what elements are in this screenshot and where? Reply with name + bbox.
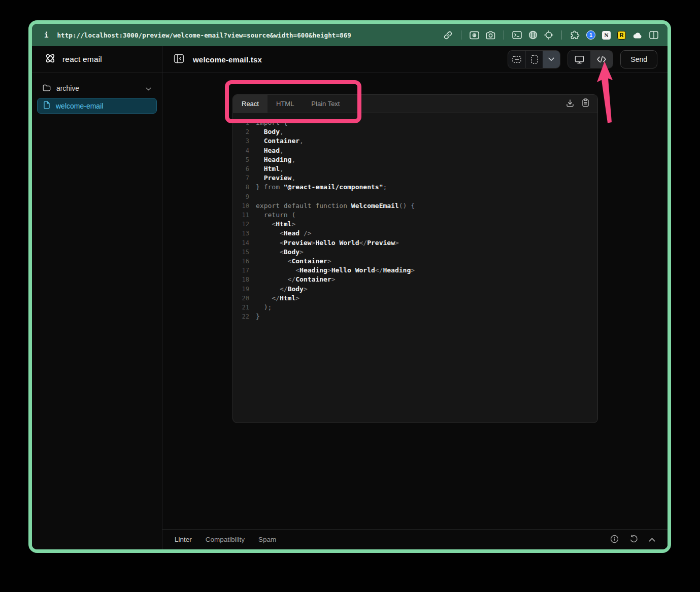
terminal-icon[interactable] — [512, 31, 522, 39]
desktop-background: i http://localhost:3000/preview/welcome-… — [0, 0, 700, 592]
tab-plain-text[interactable]: Plain Text — [303, 95, 348, 113]
cloud-icon[interactable] — [632, 31, 643, 39]
code-line: 4 Head, — [233, 146, 597, 155]
code-line: 17 <Heading>Hello World</Heading> — [233, 266, 597, 275]
react-email-logo-icon — [44, 52, 56, 66]
code-line: 15 <Body> — [233, 248, 597, 257]
sidebar: react email archive welcome-email — [32, 46, 162, 549]
collapse-sidebar-icon[interactable] — [174, 53, 184, 66]
sidebar-tree: archive welcome-email — [32, 73, 162, 121]
code-panel-actions — [566, 95, 597, 113]
camera-icon[interactable] — [486, 31, 495, 40]
code-line: 5 Heading, — [233, 155, 597, 164]
toolbar-divider — [504, 30, 504, 40]
browser-window: i http://localhost:3000/preview/welcome-… — [28, 20, 671, 553]
line-number: 16 — [233, 257, 249, 266]
chevron-down-icon[interactable] — [146, 84, 151, 92]
code-line: 6 Html, — [233, 164, 597, 173]
line-number: 7 — [233, 173, 249, 183]
chevron-up-icon[interactable] — [649, 536, 655, 543]
main-header: welcome-email.tsx Send — [162, 46, 668, 73]
bottom-tab-compatibility[interactable]: Compatibility — [206, 536, 245, 543]
code-line: 20 </Html> — [233, 294, 597, 303]
code-panel-header: ReactHTMLPlain Text — [233, 95, 597, 113]
bottom-actions — [610, 535, 655, 545]
code-line: 7 Preview, — [233, 173, 597, 183]
toolbar-divider — [561, 30, 562, 40]
code-line: 21 ); — [233, 303, 597, 312]
line-number: 14 — [233, 238, 249, 248]
code-line: 11 return ( — [233, 211, 597, 220]
line-number: 19 — [233, 285, 249, 294]
code-line: 14 <Preview>Hello World</Preview> — [233, 238, 597, 248]
sidebar-header: react email — [32, 46, 162, 73]
copy-clipboard-icon[interactable] — [582, 98, 589, 109]
split-view-icon[interactable] — [649, 31, 658, 39]
reader-extension-icon[interactable]: R — [617, 31, 626, 40]
line-number: 5 — [233, 155, 249, 164]
code-editor[interactable]: 1import {2 Body,3 Container,4 Head,5 Hea… — [233, 113, 597, 321]
line-number: 1 — [233, 118, 249, 127]
line-number: 4 — [233, 146, 249, 155]
code-line: 22} — [233, 312, 597, 321]
viewport-controls — [508, 50, 560, 68]
bottom-tab-linter[interactable]: Linter — [175, 536, 192, 543]
sidebar-item-archive[interactable]: archive — [37, 81, 157, 96]
line-number: 10 — [233, 201, 249, 211]
url-field[interactable]: http://localhost:3000/preview/welcome-em… — [57, 31, 351, 39]
onepassword-extension-icon[interactable]: 1 — [586, 30, 595, 40]
folder-icon — [43, 84, 51, 93]
notion-extension-icon[interactable]: N — [602, 31, 611, 40]
code-line: 9 — [233, 192, 597, 201]
sidebar-item-label: welcome-email — [56, 102, 103, 110]
site-info-icon[interactable]: i — [44, 31, 48, 39]
download-icon[interactable] — [566, 99, 574, 109]
code-line: 3 Container, — [233, 136, 597, 146]
main-body: ReactHTMLPlain Text 1import {2 Body,3 Co… — [162, 73, 668, 529]
crosshair-icon[interactable] — [544, 30, 553, 40]
info-icon[interactable] — [610, 535, 619, 545]
line-number: 6 — [233, 164, 249, 173]
sidebar-item-welcome-email[interactable]: welcome-email — [37, 98, 157, 114]
bottom-bar: LinterCompatibilitySpam — [162, 529, 668, 549]
source-mode-button[interactable] — [590, 51, 613, 68]
bottom-tab-spam[interactable]: Spam — [258, 536, 276, 543]
header-controls: Send — [508, 50, 657, 68]
brand-name: react email — [62, 55, 102, 64]
code-line: 16 <Container> — [233, 257, 597, 266]
address-bar: i http://localhost:3000/preview/welcome-… — [32, 24, 668, 46]
viewport-desktop-button[interactable] — [508, 51, 525, 68]
line-number: 8 — [233, 183, 249, 192]
file-icon — [43, 101, 50, 111]
tab-react[interactable]: React — [233, 95, 268, 113]
line-number: 18 — [233, 275, 249, 284]
tab-html[interactable]: HTML — [268, 95, 303, 113]
browser-toolbar-icons: 1 N R — [443, 30, 658, 40]
view-mode-toggle — [568, 50, 613, 68]
line-number: 17 — [233, 266, 249, 275]
code-line: 1import { — [233, 118, 597, 127]
sidebar-item-label: archive — [56, 84, 79, 92]
code-view-tabs: ReactHTMLPlain Text — [233, 95, 349, 113]
code-line: 19 </Body> — [233, 285, 597, 294]
globe-icon[interactable] — [528, 30, 538, 40]
code-line: 2 Body, — [233, 127, 597, 136]
line-number: 3 — [233, 136, 249, 146]
page-title: welcome-email.tsx — [193, 55, 262, 64]
screenshot-library-icon[interactable] — [470, 31, 479, 40]
line-number: 15 — [233, 248, 249, 257]
preview-mode-button[interactable] — [568, 51, 590, 68]
viewport-dropdown-button[interactable] — [543, 51, 560, 68]
extensions-puzzle-icon[interactable] — [570, 30, 580, 40]
code-line: 18 </Container> — [233, 275, 597, 284]
main-area: welcome-email.tsx Send — [162, 46, 668, 549]
react-email-app: react email archive welcome-email — [32, 46, 668, 549]
toolbar-divider — [461, 30, 461, 40]
line-number: 13 — [233, 229, 249, 238]
viewport-mobile-button[interactable] — [525, 51, 543, 68]
copy-link-icon[interactable] — [443, 30, 453, 40]
code-line: 8} from "@react-email/components"; — [233, 183, 597, 192]
send-button[interactable]: Send — [620, 50, 657, 68]
line-number: 20 — [233, 294, 249, 303]
reset-icon[interactable] — [629, 535, 638, 545]
